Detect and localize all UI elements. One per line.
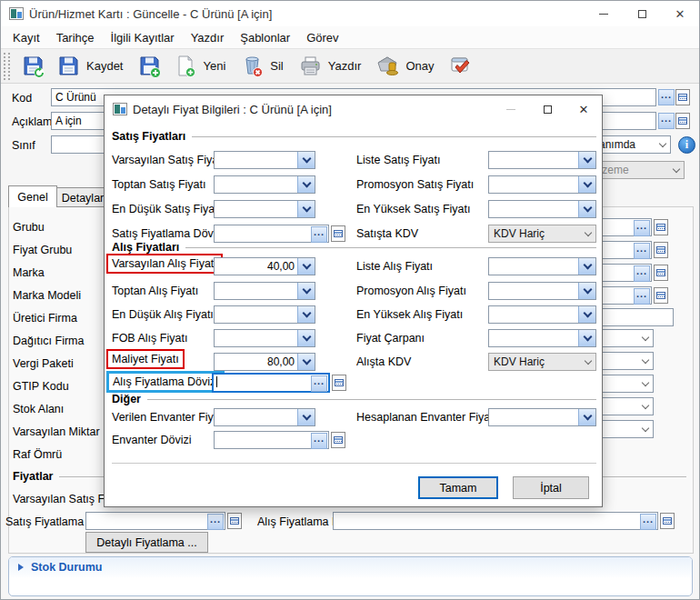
dropdown-arrow-icon[interactable] — [578, 306, 595, 323]
menu-kayit[interactable]: Kayıt — [5, 28, 48, 47]
satis-fiyatlama-dovizi-dialog-field[interactable]: ... — [214, 225, 345, 243]
varsayilan-satis-fiyati-label: Varsayılan Satış Fiyatı — [112, 154, 225, 166]
dialog-maximize-icon[interactable] — [529, 95, 565, 123]
en-dusuk-satis-fiyati-combo[interactable] — [214, 200, 315, 218]
fob-alis-fiyati-combo[interactable] — [214, 329, 315, 347]
en-yuksek-satis-fiyati-combo[interactable] — [488, 200, 596, 218]
chevron-down-icon — [581, 360, 595, 364]
save-button[interactable]: Kaydet — [56, 54, 126, 78]
dropdown-arrow-icon[interactable] — [297, 283, 315, 299]
calculator-icon[interactable] — [654, 242, 668, 258]
approve-button[interactable]: Onay — [375, 54, 437, 78]
calculator-icon[interactable] — [660, 513, 675, 529]
menu-yazdir[interactable]: Yazdır — [183, 28, 233, 47]
aciklama-lookup-icon[interactable]: ... — [658, 113, 675, 129]
print-button[interactable]: Yazdır — [298, 54, 365, 78]
fob-alis-fiyati-label: FOB Alış Fiyatı — [112, 332, 187, 345]
tab-detaylar[interactable]: Detaylar — [56, 187, 109, 207]
dropdown-arrow-icon[interactable] — [578, 283, 595, 299]
calculator-icon[interactable] — [654, 219, 668, 235]
close-icon[interactable]: ✕ — [661, 1, 699, 26]
sidebar-item-marka: Marka — [13, 266, 45, 279]
alis-fiyatlama-dovizi-dialog-field[interactable]: ... — [212, 373, 346, 391]
confirm-button[interactable] — [448, 54, 473, 78]
kod-label: Kod — [12, 92, 32, 105]
iptal-button[interactable]: İptal — [513, 476, 589, 499]
menu-tarihce[interactable]: Tarihçe — [48, 28, 103, 47]
dropdown-arrow-icon[interactable] — [578, 409, 595, 425]
menu-ilgili-kayitlar[interactable]: İlgili Kayıtlar — [103, 28, 183, 47]
dropdown-arrow-icon[interactable] — [297, 330, 315, 346]
toptan-alis-fiyati-combo[interactable] — [214, 282, 315, 300]
promosyon-satis-fiyati-combo[interactable] — [488, 175, 596, 194]
promosyon-alis-fiyati-combo[interactable] — [488, 282, 596, 300]
en-dusuk-alis-fiyati-combo[interactable] — [214, 305, 315, 324]
sidebar-item-marka-modeli: Marka Modeli — [13, 289, 81, 302]
lookup-icon[interactable]: ... — [634, 220, 650, 236]
kod-lookup-icon[interactable]: ... — [658, 89, 675, 105]
aciklama-calculator-icon[interactable] — [675, 113, 690, 129]
calculator-icon[interactable] — [654, 287, 668, 304]
hesaplanan-envanter-fiyati-combo[interactable] — [488, 408, 596, 426]
en-yuksek-alis-fiyati-combo[interactable] — [488, 305, 596, 324]
maximize-icon[interactable] — [623, 1, 661, 26]
sidebar-item-vergi-paketi: Vergi Paketi — [13, 357, 74, 370]
en-dusuk-satis-fiyati-label: En Düşük Satış Fiyatı — [112, 203, 221, 215]
calculator-icon[interactable] — [332, 375, 346, 391]
tab-genel[interactable]: Genel — [8, 185, 57, 207]
dropdown-arrow-icon[interactable] — [578, 258, 595, 275]
dropdown-arrow-icon[interactable] — [578, 330, 595, 346]
envanter-dovizi-field[interactable]: ... — [214, 431, 345, 449]
lookup-icon[interactable]: ... — [311, 433, 327, 449]
dropdown-arrow-icon[interactable] — [297, 176, 315, 193]
verilen-envanter-fiyati-combo[interactable] — [214, 408, 315, 426]
alis-fiyatlama-dovizi-field[interactable]: ... — [333, 512, 675, 530]
menu-sablonlar[interactable]: Şablonlar — [232, 28, 298, 47]
varsayilan-alis-fiyati-combo[interactable]: 40,00 — [214, 257, 315, 275]
dialog-close-icon[interactable]: ✕ — [565, 95, 602, 123]
save-close-button[interactable] — [21, 54, 45, 78]
satis-fiyatlama-dovizi-field[interactable]: ... — [85, 512, 242, 530]
maliyet-fiyati-combo[interactable]: 80,00 — [214, 353, 315, 371]
calculator-icon[interactable] — [654, 265, 668, 281]
lookup-icon[interactable]: ... — [634, 288, 650, 305]
button-divider — [112, 463, 596, 464]
dropdown-arrow-icon[interactable] — [578, 152, 595, 168]
lookup-icon[interactable]: ... — [207, 514, 224, 530]
liste-alis-fiyati-combo[interactable] — [488, 257, 596, 275]
lookup-icon[interactable]: ... — [634, 265, 650, 282]
info-icon[interactable]: i — [678, 136, 695, 154]
stok-durumu-header[interactable]: Stok Durumu — [9, 557, 692, 577]
menu-gorev[interactable]: Görev — [298, 28, 346, 47]
detayli-fiyatlama-button[interactable]: Detaylı Fiyatlama ... — [85, 532, 208, 553]
dropdown-arrow-icon[interactable] — [297, 354, 315, 370]
kod-calculator-icon[interactable] — [675, 89, 690, 105]
print-button-label: Yazdır — [328, 59, 362, 73]
lookup-icon[interactable]: ... — [311, 375, 327, 392]
dropdown-arrow-icon[interactable] — [297, 258, 315, 275]
chevron-down-icon — [638, 427, 653, 431]
delete-button[interactable]: Sil — [240, 54, 286, 78]
tamam-button[interactable]: Tamam — [418, 476, 498, 499]
lookup-icon[interactable]: ... — [640, 514, 656, 530]
dropdown-arrow-icon[interactable] — [297, 152, 315, 168]
dropdown-arrow-icon[interactable] — [297, 409, 315, 425]
liste-satis-fiyati-combo[interactable] — [488, 151, 596, 169]
dropdown-arrow-icon[interactable] — [578, 176, 595, 193]
calculator-icon[interactable] — [331, 432, 345, 448]
alista-kdv-select[interactable]: KDV Hariç — [488, 353, 596, 371]
fiyat-carpani-combo[interactable] — [488, 329, 596, 347]
calculator-icon[interactable] — [331, 225, 345, 242]
lookup-icon[interactable]: ... — [634, 243, 650, 259]
calculator-icon[interactable] — [227, 513, 242, 529]
toptan-satis-fiyati-combo[interactable] — [214, 175, 315, 194]
varsayilan-satis-fiyati-combo[interactable] — [214, 151, 315, 169]
dropdown-arrow-icon[interactable] — [297, 306, 315, 323]
minimize-icon[interactable] — [585, 1, 623, 26]
satista-kdv-select[interactable]: KDV Hariç — [488, 225, 596, 243]
dropdown-arrow-icon[interactable] — [578, 201, 595, 217]
new-button[interactable]: Yeni — [173, 54, 229, 78]
dropdown-arrow-icon[interactable] — [297, 201, 315, 217]
save-new-button[interactable] — [137, 54, 162, 78]
diger-section: Diğer — [112, 393, 596, 405]
